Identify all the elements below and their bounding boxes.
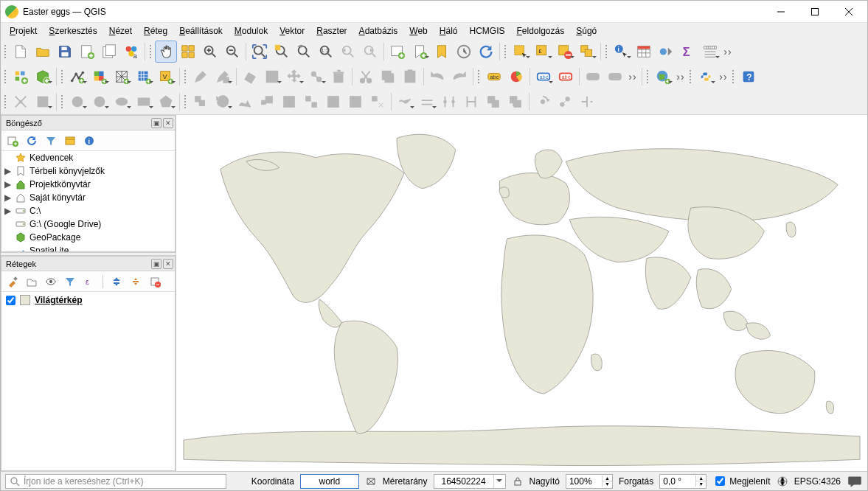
toolbar-overflow-button[interactable]: ›› xyxy=(717,66,730,88)
menu-szerkesztés[interactable]: Szerkesztés xyxy=(43,24,103,38)
select-features-button[interactable] xyxy=(510,41,532,63)
browser-panel-header[interactable]: Böngésző ▣ ✕ xyxy=(1,116,175,130)
menu-adatbázis[interactable]: Adatbázis xyxy=(353,24,404,38)
toolbar-grip[interactable] xyxy=(477,68,482,86)
browser-item[interactable]: Kedvencek xyxy=(1,151,175,164)
rotation-down[interactable]: ▼ xyxy=(695,481,706,487)
adv-split-button[interactable] xyxy=(438,91,460,113)
menu-réteg[interactable]: Réteg xyxy=(138,24,173,38)
adv-scale-button[interactable] xyxy=(256,91,278,113)
show-bookmarks-button[interactable] xyxy=(431,41,453,63)
style-manager-button[interactable]: a xyxy=(120,41,142,63)
toolbar-grip[interactable] xyxy=(60,93,65,111)
toggle-editing-button[interactable] xyxy=(190,66,212,88)
expand-icon[interactable]: ▶ xyxy=(4,192,12,203)
layers-panel-header[interactable]: Rétegek ▣ ✕ xyxy=(1,257,175,271)
layer-visibility-checkbox[interactable] xyxy=(6,296,15,305)
messages-icon[interactable] xyxy=(847,473,863,490)
open-project-button[interactable] xyxy=(32,41,54,63)
shape-circle-button[interactable] xyxy=(66,91,88,113)
close-button[interactable] xyxy=(832,1,866,23)
redo-button[interactable] xyxy=(448,66,471,88)
add-raster-button[interactable] xyxy=(88,66,111,88)
label-highlight-button[interactable]: abc xyxy=(532,66,555,88)
crs-icon[interactable] xyxy=(777,476,788,487)
adv-move-button[interactable] xyxy=(190,91,212,113)
panel-undock-button[interactable]: ▣ xyxy=(151,259,162,269)
menu-web[interactable]: Web xyxy=(403,24,433,38)
zoom-to-layer-button[interactable] xyxy=(293,41,315,63)
toolbar-overflow-button[interactable]: ›› xyxy=(721,41,735,63)
toolbar-grip[interactable] xyxy=(4,43,8,60)
copy-button[interactable] xyxy=(377,66,399,88)
cut-button[interactable] xyxy=(355,66,377,88)
adv-offset-button[interactable] xyxy=(416,91,438,113)
undo-button[interactable] xyxy=(426,66,448,88)
expand-icon[interactable]: ▶ xyxy=(4,179,12,189)
adv-rotate-button[interactable] xyxy=(212,91,234,113)
delete-selected-button[interactable] xyxy=(327,66,350,88)
open-attribute-table-button[interactable] xyxy=(633,41,655,63)
layer-item[interactable]: Világtérkép xyxy=(1,292,175,308)
menu-feldolgozás[interactable]: Feldolgozás xyxy=(510,24,570,38)
adv-mergeattr-button[interactable]: a xyxy=(504,91,527,113)
label-pin-button[interactable]: abc xyxy=(555,66,577,88)
shape-circle2-button[interactable] xyxy=(88,91,111,113)
layer-name[interactable]: Világtérkép xyxy=(35,295,82,305)
minimize-button[interactable] xyxy=(764,1,798,23)
map-canvas[interactable] xyxy=(176,115,867,471)
browser-item[interactable]: ▶Projektkönyvtár xyxy=(1,178,175,191)
browser-filter-button[interactable] xyxy=(43,133,59,149)
scale-field[interactable] xyxy=(434,474,506,489)
expand-icon[interactable]: ▶ xyxy=(4,206,12,216)
cad-construction-button[interactable] xyxy=(32,91,54,113)
menu-projekt[interactable]: Projekt xyxy=(4,24,43,38)
zoom-next-button[interactable] xyxy=(359,41,381,63)
move-feature-button[interactable] xyxy=(283,66,305,88)
toolbar-grip[interactable] xyxy=(184,93,188,111)
toolbar-grip[interactable] xyxy=(60,68,65,86)
layers-remove-button[interactable] xyxy=(147,274,163,290)
adv-reshape-button[interactable] xyxy=(394,91,416,113)
zoom-in-button[interactable] xyxy=(199,41,221,63)
layers-tree[interactable]: Világtérkép xyxy=(1,292,175,470)
menu-vektor[interactable]: Vektor xyxy=(274,24,310,38)
cad-tools-button[interactable] xyxy=(10,91,32,113)
locator-search[interactable]: Írjon ide a kereséshez (Ctrl+K) xyxy=(5,474,226,489)
zoom-to-selection-button[interactable] xyxy=(271,41,293,63)
data-source-manager-button[interactable] xyxy=(10,66,32,88)
browser-item[interactable]: ▶Térbeli könyvjelzők xyxy=(1,164,175,178)
zoom-full-button[interactable] xyxy=(249,41,271,63)
layers-collapse-button[interactable] xyxy=(128,274,144,290)
digitize-button[interactable] xyxy=(261,66,283,88)
browser-item[interactable]: SpatiaLite xyxy=(1,244,175,251)
toolbar-grip[interactable] xyxy=(605,43,609,60)
panel-close-button[interactable]: ✕ xyxy=(163,259,173,269)
add-feature-button[interactable] xyxy=(239,66,261,88)
layers-expand-button[interactable] xyxy=(108,274,125,290)
zoom-last-button[interactable] xyxy=(337,41,359,63)
coord-input[interactable] xyxy=(300,474,359,489)
add-virtual-button[interactable]: V xyxy=(155,66,177,88)
menu-raszter[interactable]: Raszter xyxy=(310,24,353,38)
adv-part-button[interactable] xyxy=(300,91,322,113)
browser-collapse-button[interactable] xyxy=(62,133,78,149)
toolbar-grip[interactable] xyxy=(646,68,650,86)
adv-trim-button[interactable] xyxy=(576,91,598,113)
new-project-button[interactable] xyxy=(10,41,32,63)
magnifier-up[interactable]: ▲ xyxy=(602,476,612,481)
browser-item[interactable]: ▶Saját könyvtár xyxy=(1,191,175,204)
add-vector-button[interactable] xyxy=(66,66,88,88)
add-mesh-button[interactable] xyxy=(111,66,133,88)
menu-beállítások[interactable]: Beállítások xyxy=(173,24,229,38)
magnifier-field[interactable]: ▲ ▼ xyxy=(566,474,613,489)
adv-splitparts-button[interactable] xyxy=(460,91,482,113)
shape-rect-button[interactable] xyxy=(133,91,155,113)
menu-modulok[interactable]: Modulok xyxy=(229,24,274,38)
browser-add-button[interactable] xyxy=(4,133,21,149)
vertex-tool-button[interactable] xyxy=(305,66,327,88)
menu-súgó[interactable]: Súgó xyxy=(570,24,603,38)
measure-button[interactable] xyxy=(699,41,721,63)
toolbar-grip[interactable] xyxy=(4,68,8,86)
deselect-all-button[interactable] xyxy=(554,41,576,63)
